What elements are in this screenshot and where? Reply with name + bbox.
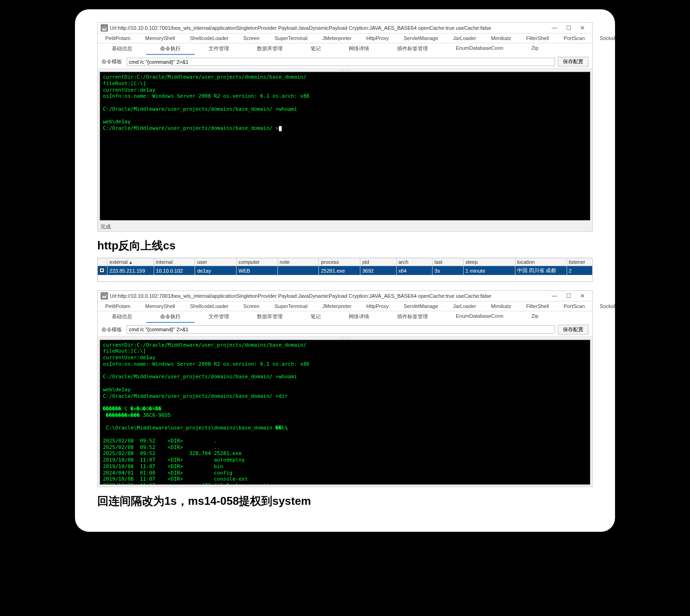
tab-mimikatz[interactable]: Mimikatz (484, 33, 519, 43)
cell-pid: 3692 (360, 266, 397, 275)
cell-arch: x64 (396, 266, 433, 275)
save-config-button[interactable]: 保存配置 (558, 325, 589, 335)
col-location[interactable]: location (515, 258, 567, 266)
tab-socksproxy[interactable]: SocksProxy (592, 33, 615, 43)
subtab-zip[interactable]: Zip (517, 311, 552, 323)
subtab-数据库管理[interactable]: 数据库管理 (243, 311, 297, 323)
minimize-button[interactable]: — (548, 292, 561, 300)
beacon-empty-row (98, 275, 593, 281)
beacon-host-icon (100, 268, 104, 273)
col-arch[interactable]: arch (396, 258, 433, 266)
col-last[interactable]: last (433, 258, 464, 266)
tab-petitpotam[interactable]: PetitPotam (98, 301, 138, 311)
cell-process: 25281.exe (319, 266, 360, 275)
subtab-文件管理[interactable]: 文件管理 (195, 43, 243, 55)
subtab-文件管理[interactable]: 文件管理 (195, 311, 243, 323)
maximize-button[interactable]: ☐ (561, 24, 575, 32)
terminal-cursor (279, 126, 282, 131)
subtab-插件标签管理[interactable]: 插件标签管理 (383, 43, 442, 55)
subtab-zip[interactable]: Zip (517, 43, 552, 55)
tab-httpproxy[interactable]: HttpProxy (359, 33, 396, 43)
tab-memoryshell[interactable]: MemoryShell (138, 301, 183, 311)
col-external[interactable]: external▲ (108, 258, 154, 266)
save-config-button[interactable]: 保存配置 (558, 57, 589, 67)
col-user[interactable]: user (195, 258, 237, 266)
tab-shellcodeloader[interactable]: ShellcodeLoader (183, 301, 236, 311)
subtab-基础信息[interactable]: 基础信息 (98, 43, 146, 55)
maximize-button[interactable]: ☐ (561, 292, 575, 300)
tab-servletmanage[interactable]: ServletManage (396, 33, 446, 43)
command-template-label: 命令模板 (101, 58, 124, 65)
tab-superterminal[interactable]: SuperTerminal (267, 33, 315, 43)
command-template-label: 命令模板 (101, 326, 124, 333)
command-template-input[interactable] (127, 58, 555, 66)
tab-screen[interactable]: Screen (236, 33, 267, 43)
tab-httpproxy[interactable]: HttpProxy (359, 301, 396, 311)
subtab-笔记[interactable]: 笔记 (297, 43, 335, 55)
tab-servletmanage[interactable]: ServletManage (396, 301, 446, 311)
window-controls: — ☐ ✕ (548, 24, 589, 32)
col-computer[interactable]: computer (237, 258, 278, 266)
subtab-笔记[interactable]: 笔记 (297, 311, 335, 323)
sort-asc-icon: ▲ (129, 260, 133, 265)
col-pid[interactable]: pid (360, 258, 397, 266)
tab-portscan[interactable]: PortScan (556, 33, 592, 43)
subtab-enumdatabaseconn[interactable]: EnumDatabaseConn (442, 311, 517, 323)
minimize-button[interactable]: — (548, 24, 561, 32)
cell-external: 223.85.211.159 (108, 266, 154, 275)
col-note[interactable]: note (277, 258, 319, 266)
tab-memoryshell[interactable]: MemoryShell (138, 33, 183, 43)
tab-jarloader[interactable]: JarLoader (446, 33, 484, 43)
command-template-row: 命令模板 保存配置 (98, 323, 592, 337)
col-process[interactable]: process (319, 258, 360, 266)
plugin-tabbar: PetitPotamMemoryShellShellcodeLoaderScre… (98, 33, 592, 43)
splitter-handle-icon: ··· ··· (340, 68, 351, 73)
tab-screen[interactable]: Screen (236, 301, 267, 311)
command-template-input[interactable] (127, 325, 555, 334)
sub-tabbar: 基础信息命令执行文件管理数据库管理笔记网络详情插件标签管理EnumDatabas… (98, 311, 592, 323)
col-sleep[interactable]: sleep (463, 258, 515, 266)
cell-sleep: 1 minute (463, 266, 515, 275)
tab-superterminal[interactable]: SuperTerminal (267, 301, 315, 311)
tab-socksproxy[interactable]: SocksProxy (592, 301, 615, 311)
col-listener[interactable]: listener (567, 258, 593, 266)
tab-filtershell[interactable]: FilterShell (519, 301, 556, 311)
titlebar[interactable]: ☕ Url:http://10.10.0.102:7001/bea_wls_in… (98, 23, 592, 33)
beacon-row-selected[interactable]: 223.85.211.15910.10.0.102de1ayWEB25281.e… (98, 266, 593, 275)
app-icon: ☕ (101, 24, 108, 32)
tab-mimikatz[interactable]: Mimikatz (484, 301, 519, 311)
subtab-网络详情[interactable]: 网络详情 (335, 311, 383, 323)
close-button[interactable]: ✕ (575, 292, 589, 300)
col-internal[interactable]: internal (154, 258, 195, 266)
command-template-row: 命令模板 保存配置 (98, 55, 592, 69)
subtab-命令执行[interactable]: 命令执行 (146, 311, 195, 323)
window-controls: — ☐ ✕ (548, 292, 589, 300)
tab-jmeterpreter[interactable]: JMeterpreter (315, 33, 359, 43)
tab-jarloader[interactable]: JarLoader (446, 301, 484, 311)
cell-internal: 10.10.0.102 (154, 266, 195, 275)
subtab-插件标签管理[interactable]: 插件标签管理 (383, 311, 442, 323)
col-icon[interactable] (98, 258, 108, 266)
window-title: Url:http://10.10.0.102:7001/bea_wls_inte… (110, 293, 491, 299)
subtab-enumdatabaseconn[interactable]: EnumDatabaseConn (442, 43, 517, 55)
cell-computer: WEB (237, 266, 278, 275)
tab-filtershell[interactable]: FilterShell (519, 33, 556, 43)
cell-user: de1ay (195, 266, 237, 275)
tab-jmeterpreter[interactable]: JMeterpreter (315, 301, 359, 311)
subtab-命令执行[interactable]: 命令执行 (146, 43, 195, 55)
tab-petitpotam[interactable]: PetitPotam (98, 33, 138, 43)
app-icon: ☕ (101, 292, 108, 300)
beacon-table-header: external▲internalusercomputernoteprocess… (98, 258, 593, 266)
tab-shellcodeloader[interactable]: ShellcodeLoader (183, 33, 236, 43)
close-button[interactable]: ✕ (575, 24, 589, 32)
subtab-网络详情[interactable]: 网络详情 (335, 43, 383, 55)
terminal-output[interactable]: currentDir:C:/Oracle/Middleware/user_pro… (100, 340, 590, 485)
tab-portscan[interactable]: PortScan (556, 301, 592, 311)
status-bar: 完成 (98, 222, 592, 231)
titlebar[interactable]: ☕ Url:http://10.10.0.102:7001/bea_wls_in… (98, 291, 592, 301)
terminal-output[interactable]: currentDir:C:/Oracle/Middleware/user_pro… (100, 72, 590, 221)
cell-note (277, 266, 319, 275)
subtab-数据库管理[interactable]: 数据库管理 (243, 43, 297, 55)
beacon-table[interactable]: external▲internalusercomputernoteprocess… (97, 258, 593, 282)
subtab-基础信息[interactable]: 基础信息 (98, 311, 146, 323)
